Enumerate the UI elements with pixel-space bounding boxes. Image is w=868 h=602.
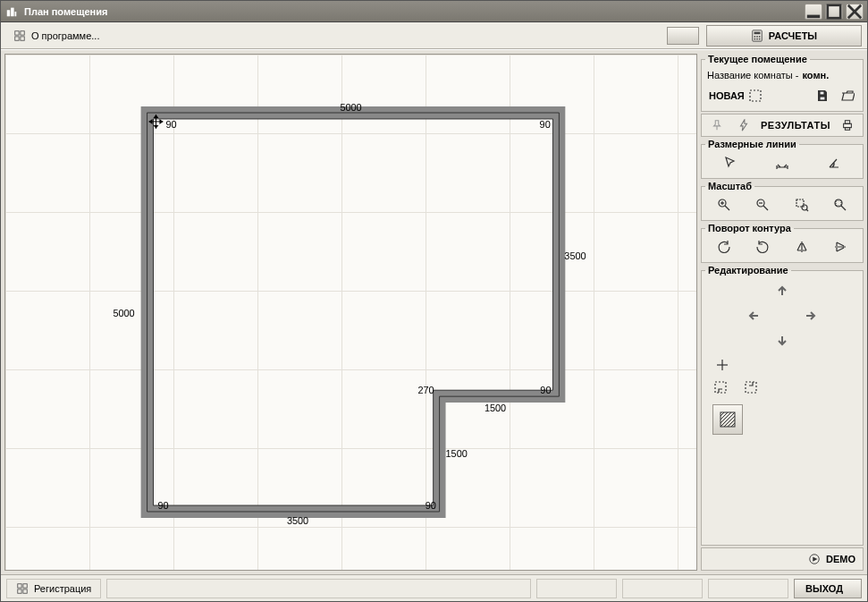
- room-name-value: комн.: [802, 70, 829, 81]
- maximize-button[interactable]: [825, 4, 843, 20]
- svg-rect-30: [845, 128, 849, 131]
- rotate-cw-button[interactable]: [751, 237, 774, 257]
- exit-button[interactable]: ВЫХОД: [794, 579, 862, 598]
- status-segment-3: [622, 579, 703, 598]
- app-icon: [4, 4, 19, 19]
- status-segment-4: [708, 579, 788, 598]
- dimension-lines-legend: Размерные линии: [705, 139, 799, 149]
- dimension-cursor-button[interactable]: [719, 153, 742, 173]
- dim-left: 5000: [113, 308, 134, 318]
- zoom-in-button[interactable]: [712, 195, 736, 215]
- svg-point-17: [756, 38, 758, 39]
- svg-rect-26: [820, 91, 824, 95]
- print-icon[interactable]: [836, 115, 859, 135]
- rotate-ccw-button[interactable]: [712, 237, 736, 257]
- move-up-button[interactable]: [769, 279, 796, 302]
- angle-notch-top: 270: [417, 385, 434, 395]
- status-segment-1: [106, 579, 531, 598]
- toolbar-toggle[interactable]: [667, 27, 699, 45]
- titlebar: План помещения: [1, 1, 867, 22]
- insert-segment-button[interactable]: [709, 377, 732, 397]
- angle-bottom-left: 90: [157, 500, 168, 511]
- svg-rect-28: [844, 123, 852, 127]
- dim-bottom: 3500: [287, 515, 308, 526]
- hatch-button[interactable]: [712, 404, 743, 435]
- move-down-button[interactable]: [769, 329, 796, 352]
- zoom-fit-button[interactable]: [829, 195, 852, 215]
- dim-top: 5000: [340, 102, 361, 113]
- new-room-label: НОВАЯ: [709, 90, 745, 101]
- new-room-button[interactable]: НОВАЯ: [705, 86, 766, 106]
- move-left-button[interactable]: [740, 304, 767, 327]
- svg-point-18: [759, 38, 761, 39]
- dimension-linear-button[interactable]: [771, 153, 794, 173]
- dim-notch-vert: 1500: [446, 448, 468, 459]
- save-room-button[interactable]: [811, 86, 834, 106]
- current-room-legend: Текущее помещение: [705, 54, 810, 64]
- svg-rect-12: [754, 31, 760, 34]
- angle-top-left: 90: [165, 119, 176, 130]
- svg-point-15: [759, 36, 761, 38]
- floor-plan-canvas[interactable]: 5000 90 90 3500 5000 270 90 1500 1500 90…: [4, 54, 697, 571]
- svg-rect-0: [7, 10, 11, 16]
- remove-segment-button[interactable]: [739, 377, 763, 397]
- zoom-region-button[interactable]: [790, 195, 813, 215]
- results-label: РЕЗУЛЬТАТЫ: [759, 120, 832, 131]
- calculations-label: РАСЧЕТЫ: [769, 30, 817, 41]
- rotation-panel: Поворот контура: [701, 223, 864, 263]
- play-icon: [808, 553, 821, 565]
- svg-rect-43: [836, 200, 841, 206]
- editing-legend: Редактирование: [705, 265, 791, 276]
- side-panel: Текущее помещение Название комнаты - ком…: [701, 54, 864, 571]
- about-label: О программе...: [31, 30, 99, 41]
- angle-bottom-right: 90: [426, 500, 436, 511]
- registration-label: Регистрация: [34, 583, 91, 594]
- scale-legend: Масштаб: [705, 181, 754, 191]
- svg-point-13: [754, 36, 755, 38]
- angle-notch-right: 90: [540, 385, 551, 395]
- svg-rect-25: [750, 90, 761, 101]
- flip-vertical-button[interactable]: [829, 237, 852, 257]
- dimension-angle-button[interactable]: [822, 153, 846, 173]
- svg-line-42: [841, 206, 846, 210]
- svg-rect-53: [18, 589, 21, 592]
- status-segment-2: [536, 579, 617, 598]
- svg-marker-50: [813, 556, 817, 561]
- demo-label: DEMO: [826, 554, 855, 564]
- pin-icon[interactable]: [705, 115, 729, 135]
- dim-right-upper: 3500: [564, 250, 586, 261]
- svg-rect-8: [21, 30, 24, 34]
- about-button[interactable]: О программе...: [6, 27, 106, 45]
- svg-line-40: [806, 209, 808, 211]
- calculations-button[interactable]: РАСЧЕТЫ: [706, 25, 862, 47]
- dimension-lines-panel: Размерные линии: [701, 139, 864, 179]
- current-room-panel: Текущее помещение Название комнаты - ком…: [701, 54, 864, 112]
- status-bar: Регистрация ВЫХОД: [1, 574, 867, 601]
- registration-button[interactable]: Регистрация: [6, 579, 101, 598]
- svg-rect-7: [15, 30, 19, 34]
- exit-label: ВЫХОД: [805, 583, 843, 594]
- plan-drawing: 5000 90 90 3500 5000 270 90 1500 1500 90…: [5, 55, 696, 570]
- svg-rect-4: [828, 4, 840, 17]
- room-name-label: Название комнаты -: [707, 70, 798, 81]
- rotation-legend: Поворот контура: [705, 223, 794, 233]
- main-toolbar: О программе... РАСЧЕТЫ: [1, 22, 867, 49]
- lightning-icon[interactable]: [732, 115, 755, 135]
- add-node-button[interactable]: [711, 358, 734, 372]
- demo-bar[interactable]: DEMO: [701, 547, 864, 571]
- svg-marker-24: [154, 125, 159, 129]
- move-right-button[interactable]: [797, 304, 824, 327]
- minimize-button[interactable]: [805, 4, 822, 20]
- close-button[interactable]: [846, 4, 864, 20]
- svg-point-16: [754, 38, 755, 39]
- open-room-button[interactable]: [836, 86, 859, 106]
- svg-rect-51: [18, 583, 21, 587]
- window-title: План помещения: [24, 6, 802, 17]
- zoom-out-button[interactable]: [751, 195, 774, 215]
- svg-rect-54: [23, 589, 27, 592]
- svg-rect-52: [23, 583, 27, 587]
- flip-horizontal-button[interactable]: [790, 237, 813, 257]
- dim-notch-horiz: 1500: [485, 403, 506, 413]
- svg-rect-47: [746, 382, 756, 393]
- svg-rect-46: [715, 382, 726, 393]
